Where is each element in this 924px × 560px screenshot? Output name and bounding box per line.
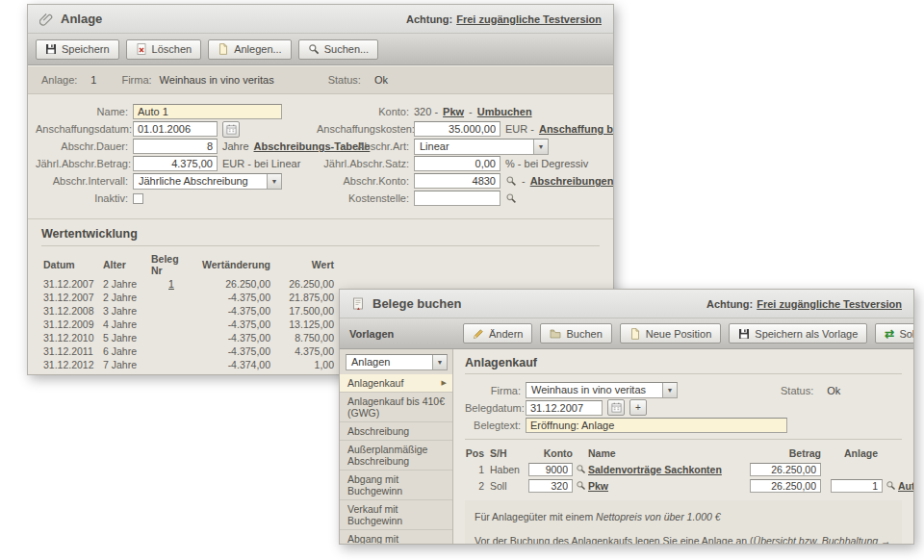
testversion-link[interactable]: Frei zugängliche Testversion	[757, 298, 902, 310]
abschr-intervall-select[interactable]: Jährliche Abschreibung ▼	[133, 173, 282, 190]
add-date-button[interactable]: +	[629, 399, 647, 416]
pos-konto-name: Pkw	[588, 480, 750, 492]
col-anlage: Anlage	[831, 447, 883, 459]
save-icon	[738, 328, 750, 340]
belegtext-row: Belegtext:	[465, 417, 902, 433]
magnifier-icon[interactable]	[883, 480, 898, 491]
magnifier-icon[interactable]	[573, 464, 588, 474]
pos-konto-input[interactable]	[528, 463, 573, 476]
separator	[465, 439, 902, 440]
testversion-link[interactable]: Frei zugängliche Testversion	[456, 13, 602, 25]
hinweis-anlage-anlegen: Vor der Buchung des Anlagenkaufs legen S…	[475, 534, 892, 545]
aendern-label: Ändern	[489, 328, 523, 340]
name-input[interactable]	[133, 104, 282, 119]
pkw-link[interactable]: Pkw	[588, 480, 608, 492]
loeschen-label: Löschen	[152, 43, 192, 55]
sidebar-item-verkauf-buchgewinn[interactable]: Verkauf mit Buchgewinn	[340, 500, 452, 530]
firma-value: Weinhaus in vino veritas	[526, 383, 662, 397]
belege-body: Anlagen ▼ Anlagenkauf ▶ Anlagenkauf bis …	[340, 349, 913, 545]
vorlagen-kategorie-value: Anlagen	[346, 355, 432, 369]
anschaffung-buchen-link[interactable]: Anschaffung buchen	[539, 123, 614, 135]
magnifier-icon[interactable]	[505, 192, 517, 204]
vorlagen-kategorie-select[interactable]: Anlagen ▼	[346, 354, 448, 370]
speichern-button[interactable]: Speichern	[36, 39, 119, 60]
pos-sh: Haben	[490, 464, 528, 475]
anschaffungsdatum-row: Anschaffungsdatum:	[36, 121, 317, 137]
neue-position-button[interactable]: Neue Position	[620, 323, 722, 344]
table-row: 31.12.2009 4 Jahre -4.375,00 13.125,00	[41, 318, 336, 331]
abschr-art-select[interactable]: Linear ▼	[414, 139, 549, 155]
sidebar-item-anlagenkauf-gwg[interactable]: Anlagenkauf bis 410€ (GWG)	[340, 393, 452, 422]
buchen-button[interactable]: Buchen	[540, 323, 611, 344]
soll-haben-button[interactable]: ⇄ Soll ↔ Haben	[875, 323, 914, 344]
konto-sep: -	[469, 106, 473, 117]
col-alter: Alter	[101, 252, 149, 277]
pos-betrag-input[interactable]	[750, 479, 821, 493]
loeschen-button[interactable]: Löschen	[126, 39, 202, 60]
pkw-link[interactable]: Pkw	[443, 106, 464, 117]
abschr-betrag-input[interactable]	[133, 156, 218, 171]
table-row: 31.12.2012 7 Jahre -4.374,00 1,00	[41, 358, 336, 371]
abschreibungen-sachanlagen-link[interactable]: Abschreibungen auf Sachanlagen (ohne Afa…	[530, 175, 614, 187]
sidebar-item-anlagenkauf[interactable]: Anlagenkauf ▶	[340, 374, 452, 393]
firma-select[interactable]: Weinhaus in vino veritas ▼	[526, 382, 678, 398]
calendar-button[interactable]	[222, 121, 240, 138]
dropdown-arrow-icon[interactable]: ▼	[267, 174, 281, 189]
anschaffungsdatum-input[interactable]	[133, 121, 218, 137]
sidebar-item-ausserplanmaessige-abschreibung[interactable]: Außerplanmäßige Abschreibung	[340, 441, 452, 471]
vorlagen-sidebar: Anlagen ▼ Anlagenkauf ▶ Anlagenkauf bis …	[340, 349, 453, 545]
speichern-label: Speichern	[62, 43, 110, 55]
aendern-button[interactable]: Ändern	[463, 323, 532, 344]
dropdown-arrow-icon[interactable]: ▼	[533, 140, 548, 154]
anlage-titlebar: Anlage Achtung:Frei zugängliche Testvers…	[28, 5, 613, 34]
dropdown-arrow-icon[interactable]: ▼	[662, 383, 677, 397]
abschr-konto-input[interactable]	[414, 173, 500, 189]
calendar-button[interactable]	[607, 399, 625, 416]
status-group: Status:Ok	[781, 385, 840, 396]
magnifier-icon[interactable]	[573, 480, 588, 491]
kostenstelle-input[interactable]	[414, 191, 500, 206]
toolbar-buttons: Ändern Buchen Neue Position	[453, 323, 914, 344]
belegdatum-input[interactable]	[526, 400, 603, 416]
col-pos: Pos	[465, 447, 484, 459]
cell-wert: 21.875,00	[272, 291, 336, 304]
belege-titlebar: Belege buchen Achtung:Frei zugängliche T…	[340, 290, 913, 318]
abschr-dauer-input[interactable]	[133, 139, 218, 154]
magnifier-icon[interactable]	[505, 175, 517, 187]
anlage-auto1-link[interactable]: Auto 1	[898, 480, 913, 492]
beleg-nr-link[interactable]: 1	[168, 278, 174, 290]
anlegen-button[interactable]: Anlegen...	[208, 39, 292, 60]
sidebar-item-label: Außerplanmäßige Abschreibung	[347, 444, 447, 467]
cell-wert: 17.500,00	[272, 304, 336, 318]
name-label: Name:	[36, 106, 128, 117]
belegtext-label: Belegtext:	[465, 420, 521, 431]
saldenvortraege-link[interactable]: Saldenvorträge Sachkonten	[588, 464, 722, 475]
belegtext-input[interactable]	[526, 418, 787, 433]
inaktiv-checkbox[interactable]	[133, 193, 143, 204]
suchen-button[interactable]: Suchen...	[298, 39, 378, 60]
sidebar-item-abschreibung[interactable]: Abschreibung	[340, 422, 452, 441]
speichern-als-vorlage-button[interactable]: Speichern als Vorlage	[729, 323, 867, 344]
dropdown-arrow-icon[interactable]: ▼	[432, 355, 447, 369]
cell-datum: 31.12.2008	[41, 304, 101, 318]
pos-konto-input[interactable]	[528, 479, 573, 493]
abschr-satz-row: Jährl.Abschr.Satz: % - bei Degressiv	[317, 156, 607, 171]
cell-wert: 13.125,00	[272, 318, 336, 331]
cell-alter: 3 Jahre	[101, 304, 149, 318]
testversion-warning: Achtung:Frei zugängliche Testversion	[406, 13, 602, 25]
umbuchen-link[interactable]: Umbuchen	[477, 106, 532, 117]
pos-betrag-input[interactable]	[750, 463, 821, 476]
pencil-icon	[473, 328, 484, 340]
delete-icon	[136, 43, 147, 55]
sidebar-item-abgang-buchgewinn[interactable]: Abgang mit Buchgewinn	[340, 471, 452, 500]
sidebar-item-abgang-buchverlust[interactable]: Abgang mit Buchverlust	[340, 530, 452, 545]
abschr-satz-input[interactable]	[414, 156, 500, 171]
cell-datum: 31.12.2010	[41, 331, 101, 344]
warning-prefix: Achtung:	[706, 298, 753, 310]
anschaffungskosten-input[interactable]	[414, 121, 500, 137]
firma-row: Firma: Weinhaus in vino veritas ▼ Status…	[465, 382, 902, 398]
cell-wert: 26.250,00	[272, 277, 336, 291]
sidebar-item-label: Abschreibung	[347, 425, 409, 437]
pos-anlage-input[interactable]	[831, 479, 883, 493]
sidebar-dropdown-row: Anlagen ▼	[340, 349, 452, 374]
